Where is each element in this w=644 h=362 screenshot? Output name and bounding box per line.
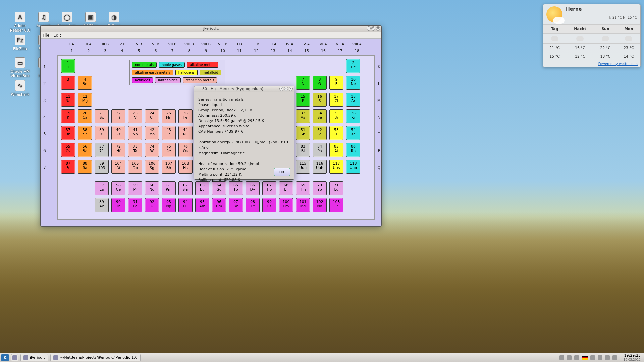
legend-transition-metals[interactable]: transition metals <box>183 77 217 83</box>
element-Os[interactable]: 76Os <box>178 143 193 157</box>
kde-start-icon[interactable]: K <box>1 354 9 361</box>
element-Cs[interactable]: 55Cs <box>61 143 75 157</box>
element-Ne[interactable]: 10Ne <box>346 76 360 90</box>
element-Gd[interactable]: 64Gd <box>212 181 226 195</box>
taskbar-task[interactable]: jPeriodic <box>20 354 48 361</box>
element-I[interactable]: 53I <box>329 126 343 140</box>
element-Tm[interactable]: 69Tm <box>296 181 310 195</box>
element-Np[interactable]: 93Np <box>162 198 176 212</box>
element-Tc[interactable]: 43Tc <box>162 126 176 140</box>
element-Ba[interactable]: 56Ba <box>78 143 92 157</box>
element-N[interactable]: 7N <box>296 76 310 90</box>
minimize-icon[interactable]: – <box>367 26 371 31</box>
element-Y[interactable]: 39Y <box>95 126 109 140</box>
element-Uus[interactable]: 117Uus <box>329 160 343 174</box>
element-Kr[interactable]: 36Kr <box>346 109 360 123</box>
legend-metalloid[interactable]: metalloid <box>200 70 221 75</box>
element-La[interactable]: 57La <box>95 181 109 195</box>
element-Cf[interactable]: 98Cf <box>246 198 260 212</box>
element-Dy[interactable]: 66Dy <box>246 181 260 195</box>
element-Br[interactable]: 35Br <box>329 109 343 123</box>
element-U[interactable]: 92U <box>145 198 159 212</box>
element-Nb[interactable]: 41Nb <box>128 126 142 140</box>
clipboard-icon[interactable] <box>574 355 579 360</box>
element-103[interactable]: 89103 <box>95 160 109 174</box>
element-Sg[interactable]: 106Sg <box>145 160 159 174</box>
desktop-icon-adobe[interactable]: AAdobeReader 6.0 <box>7 12 34 33</box>
mail-icon[interactable] <box>567 355 572 360</box>
element-Sr[interactable]: 38Sr <box>78 126 92 140</box>
element-Sc[interactable]: 21Sc <box>95 109 109 123</box>
legend-hallogens[interactable]: hallogens <box>175 70 198 75</box>
element-As[interactable]: 33As <box>296 109 310 123</box>
element-Pa[interactable]: 91Pa <box>128 198 142 212</box>
close-icon[interactable]: × <box>376 26 380 31</box>
element-Li[interactable]: 3Li <box>61 76 75 90</box>
element-Es[interactable]: 99Es <box>262 198 276 212</box>
element-Zr[interactable]: 40Zr <box>111 126 125 140</box>
element-Lr[interactable]: 103Lr <box>329 198 343 212</box>
element-Fm[interactable]: 100Fm <box>279 198 293 212</box>
element-Cl[interactable]: 17Cl <box>329 93 343 107</box>
activity-switcher[interactable] <box>11 354 18 361</box>
element-Nd[interactable]: 60Nd <box>145 181 159 195</box>
element-Uup[interactable]: 115Uup <box>296 160 310 174</box>
menu-edit[interactable]: Edit <box>53 33 61 38</box>
desktop-icon-wireshark[interactable]: ∿Wireshark <box>7 80 34 97</box>
menu-file[interactable]: File <box>43 33 49 38</box>
element-Lu[interactable]: 71Lu <box>329 181 343 195</box>
element-Tb[interactable]: 65Tb <box>229 181 243 195</box>
desktop-icon-filezilla[interactable]: FzFileZilla <box>7 35 34 51</box>
dialog-minimize-icon[interactable]: ∨ <box>279 87 283 91</box>
element-Ta[interactable]: 73Ta <box>128 143 142 157</box>
element-F[interactable]: 9F <box>329 76 343 90</box>
element-Pm[interactable]: 61Pm <box>162 181 176 195</box>
element-71[interactable]: 5771 <box>95 143 109 157</box>
element-Ra[interactable]: 88Ra <box>78 160 92 174</box>
element-Ho[interactable]: 67Ho <box>262 181 276 195</box>
legend-lanthanides[interactable]: lanthanides <box>155 77 180 83</box>
dialog-close-icon[interactable]: × <box>289 87 293 91</box>
volume-icon[interactable] <box>590 355 595 360</box>
element-Mo[interactable]: 42Mo <box>145 126 159 140</box>
element-Ac[interactable]: 89Ac <box>95 198 109 212</box>
network-icon[interactable] <box>598 355 602 360</box>
element-Sb[interactable]: 51Sb <box>296 126 310 140</box>
legend-alkaline-earth-metals[interactable]: alkaline earth metals <box>132 70 173 75</box>
element-Ru[interactable]: 44Ru <box>178 126 193 140</box>
element-Md[interactable]: 101Md <box>296 198 310 212</box>
jperiodic-titlebar[interactable]: jPeriodic – ▢ × <box>41 26 381 32</box>
element-S[interactable]: 16S <box>313 93 327 107</box>
desktop-icon-oracle-vm[interactable]: ▭Oracle VMVirtualBox <box>7 57 34 78</box>
element-Se[interactable]: 34Se <box>313 109 327 123</box>
element-Te[interactable]: 52Te <box>313 126 327 140</box>
element-Uuh[interactable]: 116Uuh <box>313 160 327 174</box>
element-At[interactable]: 85At <box>329 143 343 157</box>
weather-powered-link[interactable]: Powered by wetter.com <box>598 62 638 66</box>
clock[interactable]: 19:29:23 19.05.2012 <box>620 354 644 362</box>
element-Rn[interactable]: 86Rn <box>346 143 360 157</box>
element-Yb[interactable]: 70Yb <box>313 181 327 195</box>
element-Re[interactable]: 75Re <box>162 143 176 157</box>
element-Pu[interactable]: 94Pu <box>178 198 193 212</box>
element-Fr[interactable]: 87Fr <box>61 160 75 174</box>
element-P[interactable]: 15P <box>296 93 310 107</box>
element-Ar[interactable]: 18Ar <box>346 93 360 107</box>
dialog-ok-button[interactable]: OK <box>274 168 290 176</box>
element-Hs[interactable]: 108Hs <box>178 160 193 174</box>
tray-icon[interactable] <box>559 355 564 360</box>
element-Fe[interactable]: 26Fe <box>178 109 193 123</box>
element-Ti[interactable]: 22Ti <box>111 109 125 123</box>
element-O[interactable]: 8O <box>313 76 327 90</box>
dialog-up-icon[interactable]: ∧ <box>284 87 288 91</box>
taskbar-task[interactable]: ~/NetBeansProjects/jPeriodic/jPeriodic-1… <box>50 354 140 361</box>
legend-actinides[interactable]: actinides <box>132 77 153 83</box>
element-He[interactable]: 2He <box>346 59 360 73</box>
element-Pr[interactable]: 59Pr <box>128 181 142 195</box>
element-Cr[interactable]: 24Cr <box>145 109 159 123</box>
element-Ce[interactable]: 58Ce <box>111 181 125 195</box>
element-Am[interactable]: 95Am <box>195 198 209 212</box>
element-Xe[interactable]: 54Xe <box>346 126 360 140</box>
element-No[interactable]: 102No <box>313 198 327 212</box>
element-Bh[interactable]: 107Bh <box>162 160 176 174</box>
